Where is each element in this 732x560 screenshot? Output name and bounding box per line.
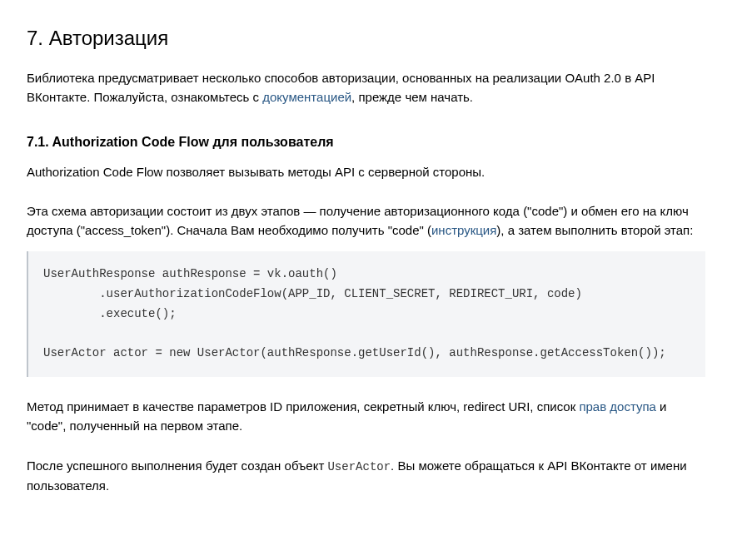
permissions-link[interactable]: прав доступа bbox=[579, 399, 656, 414]
code-sample: UserAuthResponse authResponse = vk.oauth… bbox=[27, 251, 705, 377]
p2-text-after: ), а затем выполнить второй этап: bbox=[496, 223, 693, 237]
subsection-p4: После успешного выполнения будет создан … bbox=[27, 456, 705, 496]
subsection-p1: Authorization Code Flow позволяет вызыва… bbox=[27, 162, 705, 181]
section-heading: 7. Авторизация bbox=[27, 23, 705, 53]
documentation-link[interactable]: документацией bbox=[262, 90, 351, 104]
subsection-p3: Метод принимает в качестве параметров ID… bbox=[27, 397, 705, 436]
inline-code-useractor: UserActor bbox=[327, 460, 391, 473]
intro-text-after: , прежде чем начать. bbox=[351, 90, 473, 104]
p4-text-before: После успешного выполнения будет создан … bbox=[27, 458, 327, 473]
subsection-p2: Эта схема авторизации состоит из двух эт… bbox=[27, 201, 705, 240]
instruction-link[interactable]: инструкция bbox=[431, 223, 496, 237]
p3-text-before: Метод принимает в качестве параметров ID… bbox=[27, 399, 579, 414]
intro-paragraph: Библиотека предусматривает несколько спо… bbox=[27, 68, 705, 107]
subsection-heading: 7.1. Authorization Code Flow для пользов… bbox=[27, 132, 705, 152]
